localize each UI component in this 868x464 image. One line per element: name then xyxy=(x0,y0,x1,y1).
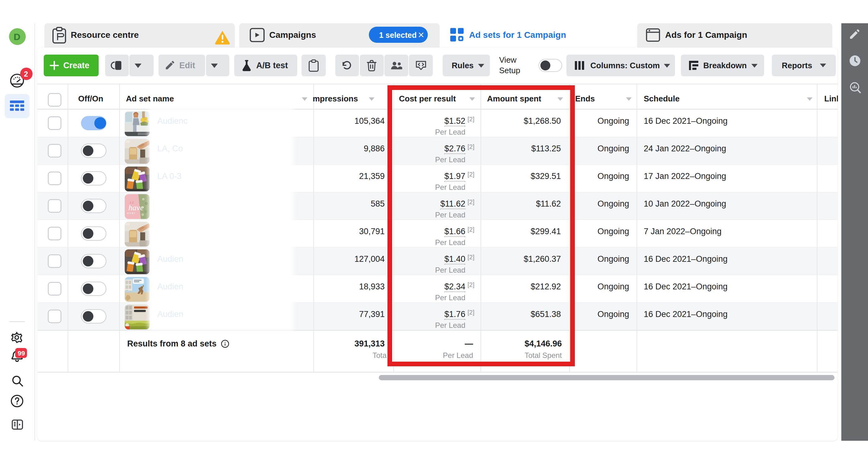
svg-text:have: have xyxy=(128,203,144,212)
svg-text:e v e r: e v e r xyxy=(127,212,135,215)
svg-text:1 2: 1 2 xyxy=(130,201,134,204)
